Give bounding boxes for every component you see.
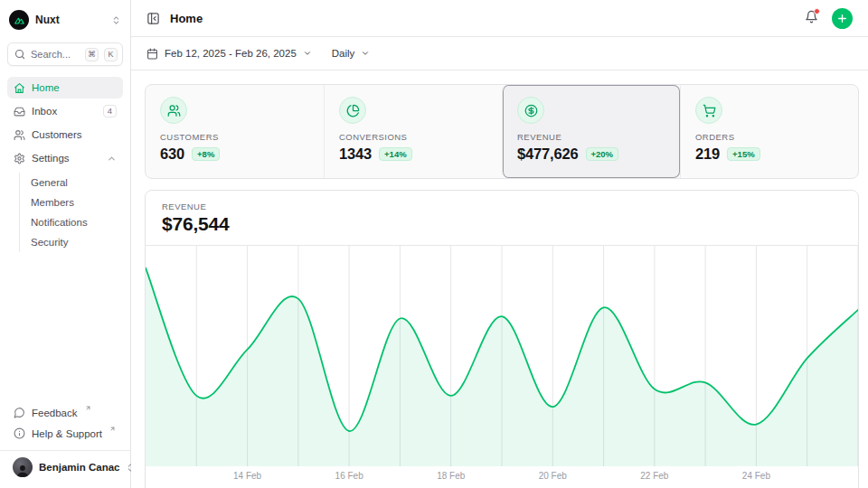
chevron-down-icon — [361, 49, 370, 58]
stat-delta-badge: +15% — [727, 147, 760, 162]
workspace-switcher[interactable]: Nuxt — [7, 7, 123, 33]
chart-x-axis: 14 Feb16 Feb18 Feb20 Feb22 Feb24 Feb — [146, 466, 858, 488]
stat-card-customers[interactable]: CUSTOMERS 630 +8% — [146, 85, 324, 178]
calendar-icon — [146, 48, 158, 60]
chart-metric-label: REVENUE — [162, 202, 842, 211]
home-icon — [14, 82, 25, 94]
chart-svg — [146, 246, 858, 466]
external-link-icon — [85, 405, 91, 411]
info-icon — [14, 427, 25, 439]
notifications-button[interactable] — [805, 10, 818, 27]
footer-link-label: Help & Support — [32, 428, 102, 439]
inbox-count-badge: 4 — [103, 105, 117, 117]
x-axis-tick-label: 18 Feb — [437, 471, 465, 481]
chat-bubble-icon — [14, 407, 25, 418]
sidebar-item-settings[interactable]: Settings — [7, 147, 123, 169]
granularity-select[interactable]: Daily — [332, 48, 371, 59]
avatar — [13, 457, 33, 477]
chart-metric-value: $76,544 — [162, 213, 842, 235]
workspace-name: Nuxt — [35, 14, 105, 26]
sidebar: Nuxt ⌘ K Home Inbo — [0, 0, 131, 488]
stat-card-conversions[interactable]: CONVERSIONS 1343 +14% — [324, 85, 502, 178]
nuxt-logo-icon — [9, 10, 29, 30]
page-title: Home — [170, 12, 203, 25]
main-area: Home Feb 12, 2 — [131, 0, 868, 488]
stat-value: 219 — [695, 145, 720, 163]
stat-card-orders[interactable]: ORDERS 219 +15% — [680, 85, 858, 178]
search-field[interactable] — [31, 49, 80, 60]
x-axis-tick-label: 22 Feb — [640, 471, 668, 481]
sidebar-item-label: Home — [32, 82, 60, 93]
dashboard-app: Nuxt ⌘ K Home Inbo — [0, 0, 868, 488]
stat-label: CONVERSIONS — [339, 132, 487, 142]
plus-icon — [836, 13, 848, 24]
chevron-up-icon — [107, 154, 117, 164]
stat-value: 1343 — [339, 145, 372, 163]
submenu-label: Notifications — [31, 217, 88, 228]
user-menu[interactable]: Benjamin Canac — [0, 450, 130, 481]
stat-label: ORDERS — [695, 132, 844, 142]
stat-card-revenue[interactable]: REVENUE $477,626 +20% — [502, 85, 680, 178]
cart-icon — [695, 97, 722, 124]
notification-dot — [814, 8, 820, 14]
stat-value: $477,626 — [517, 145, 579, 163]
stat-value: 630 — [160, 145, 184, 163]
sidebar-item-general[interactable]: General — [20, 173, 123, 192]
kbd-cmd: ⌘ — [85, 48, 99, 61]
header-actions — [805, 8, 853, 29]
dollar-circle-icon — [517, 97, 544, 124]
footer-link-label: Feedback — [32, 408, 78, 418]
sidebar-item-label: Settings — [32, 153, 70, 164]
sidebar-item-label: Customers — [32, 129, 82, 140]
chevron-down-icon — [303, 49, 312, 58]
x-axis-tick-label: 20 Feb — [539, 471, 567, 481]
users-icon — [160, 97, 187, 124]
sidebar-item-label: Inbox — [32, 106, 57, 117]
submenu-label: Security — [31, 237, 69, 248]
stat-label: CUSTOMERS — [160, 132, 309, 142]
kbd-k: K — [104, 48, 118, 61]
sidebar-item-security[interactable]: Security — [20, 232, 123, 252]
add-button[interactable] — [832, 8, 853, 29]
date-range-label: Feb 12, 2025 - Feb 26, 2025 — [165, 48, 297, 59]
feedback-link[interactable]: Feedback — [7, 402, 123, 423]
x-axis-tick-label: 24 Feb — [742, 471, 770, 481]
chart-header: REVENUE $76,544 — [146, 191, 858, 246]
x-axis-tick-label: 14 Feb — [233, 471, 261, 481]
sidebar-item-customers[interactable]: Customers — [7, 124, 123, 145]
sidebar-item-home[interactable]: Home — [7, 77, 123, 99]
sidebar-nav: Home Inbox 4 Customers Settings — [7, 77, 123, 252]
settings-submenu: General Members Notifications Security — [19, 173, 123, 252]
users-icon — [14, 129, 25, 141]
search-icon — [14, 49, 25, 60]
stat-delta-badge: +14% — [379, 147, 412, 162]
sidebar-spacer — [7, 252, 123, 402]
search-input[interactable]: ⌘ K — [7, 42, 123, 66]
sidebar-item-inbox[interactable]: Inbox 4 — [7, 100, 123, 122]
user-name: Benjamin Canac — [39, 462, 119, 473]
sidebar-item-members[interactable]: Members — [20, 192, 123, 212]
pie-chart-icon — [339, 97, 366, 124]
stats-strip: CUSTOMERS 630 +8% CONVERSIONS 1343 +14% — [145, 84, 859, 179]
submenu-label: General — [31, 177, 68, 188]
inbox-icon — [14, 106, 25, 117]
external-link-icon — [109, 426, 116, 432]
x-axis-tick-label: 16 Feb — [335, 471, 363, 481]
sidebar-item-notifications[interactable]: Notifications — [20, 212, 123, 232]
date-range-picker[interactable]: Feb 12, 2025 - Feb 26, 2025 — [146, 48, 312, 60]
revenue-chart-card: REVENUE $76,544 14 Feb16 Feb18 Feb20 Feb… — [145, 190, 859, 488]
revenue-area-chart[interactable] — [146, 246, 858, 466]
stat-delta-badge: +8% — [192, 147, 220, 162]
gear-icon — [14, 153, 25, 164]
help-support-link[interactable]: Help & Support — [7, 423, 123, 444]
stat-delta-badge: +20% — [586, 147, 619, 162]
chevrons-up-down-icon — [111, 15, 121, 25]
submenu-label: Members — [31, 197, 74, 208]
filter-toolbar: Feb 12, 2025 - Feb 26, 2025 Daily — [131, 37, 868, 70]
page-header: Home — [131, 0, 868, 37]
stat-label: REVENUE — [517, 132, 665, 142]
granularity-label: Daily — [332, 48, 355, 59]
panel-left-close-icon[interactable] — [146, 12, 160, 25]
